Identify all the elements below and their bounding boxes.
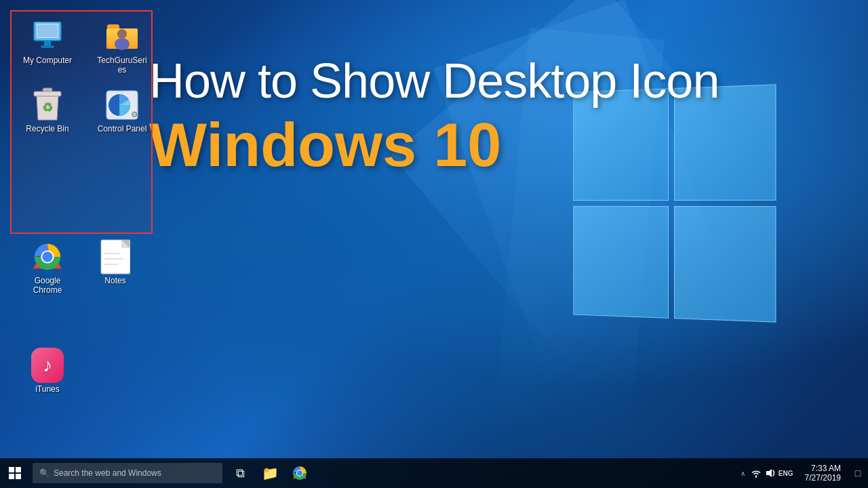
google-chrome-icon[interactable]: Google Chrome xyxy=(17,237,78,299)
notification-icon: □ xyxy=(855,468,861,479)
svg-text:⚙: ⚙ xyxy=(131,110,138,119)
itunes-note-symbol: ♪ xyxy=(43,354,52,376)
itunes-area: ♪ iTunes xyxy=(7,339,88,404)
tech-guru-series-label: TechGuruSeries xyxy=(95,56,149,75)
selected-icons-grid: My Computer xyxy=(7,7,170,147)
search-icon: 🔍 xyxy=(39,468,50,478)
itunes-img: ♪ xyxy=(31,349,64,382)
file-explorer-icon: 📁 xyxy=(262,465,279,481)
win-icon-tr xyxy=(16,467,21,472)
svg-rect-20 xyxy=(104,264,118,265)
recycle-bin-icon[interactable]: ♻ Recycle Bin xyxy=(17,85,78,137)
svg-rect-10 xyxy=(34,92,61,96)
tray-expand-icon[interactable]: ∧ xyxy=(741,470,745,477)
language-label: ENG xyxy=(778,470,793,477)
taskbar-chrome-icon xyxy=(292,465,308,481)
svg-point-7 xyxy=(117,29,127,39)
notes-img xyxy=(99,241,132,273)
taskbar: 🔍 Search the web and Windows ⧉ 📁 ∧ xyxy=(0,458,868,488)
taskbar-chrome-button[interactable] xyxy=(285,458,315,488)
win-logo-pane-br xyxy=(674,206,776,323)
control-panel-icon[interactable]: ⚙ Control Panel xyxy=(92,85,153,137)
google-chrome-img xyxy=(31,241,64,273)
control-panel-label: Control Panel xyxy=(98,124,147,134)
volume-icon[interactable] xyxy=(764,458,778,488)
notification-button[interactable]: □ xyxy=(848,458,868,488)
recycle-bin-label: Recycle Bin xyxy=(26,124,68,134)
task-view-icon: ⧉ xyxy=(236,466,245,481)
task-view-button[interactable]: ⧉ xyxy=(225,458,255,488)
win-logo-pane-bl xyxy=(573,206,669,319)
wifi-icon xyxy=(751,468,762,479)
my-computer-img xyxy=(31,20,64,53)
desktop-icons-area: My Computer xyxy=(7,7,170,147)
svg-rect-18 xyxy=(104,253,121,254)
start-button[interactable] xyxy=(0,458,30,488)
tech-guru-series-icon[interactable]: TechGuruSeries xyxy=(92,17,153,79)
win-icon-br xyxy=(16,474,21,479)
title-line1: How to Show Desktop Icon xyxy=(149,54,827,108)
itunes-label: iTunes xyxy=(35,384,60,394)
svg-point-22 xyxy=(297,470,302,476)
outside-icons-row: Google Chrome Notes xyxy=(7,230,156,306)
svg-point-8 xyxy=(115,38,130,50)
title-line2: Windows 10 xyxy=(149,115,827,176)
svg-text:♻: ♻ xyxy=(42,101,53,115)
network-icon[interactable] xyxy=(749,458,763,488)
outside-icons-area: Google Chrome Notes xyxy=(7,230,156,306)
title-overlay: How to Show Desktop Icon Windows 10 xyxy=(149,54,827,176)
notes-icon[interactable]: Notes xyxy=(85,237,146,299)
notes-label: Notes xyxy=(104,276,125,285)
speaker-icon xyxy=(766,468,776,479)
my-computer-label: My Computer xyxy=(23,56,72,65)
svg-marker-23 xyxy=(766,469,772,477)
itunes-row: ♪ iTunes xyxy=(7,339,88,404)
svg-rect-2 xyxy=(37,24,58,37)
language-icon[interactable]: ENG xyxy=(779,458,793,488)
recycle-bin-img: ♻ xyxy=(31,89,64,121)
svg-rect-4 xyxy=(41,45,54,48)
win-icon-bl xyxy=(9,474,14,479)
search-placeholder-text: Search the web and Windows xyxy=(54,468,161,478)
system-tray: ∧ ENG xyxy=(735,458,798,488)
clock-date: 7/27/2019 xyxy=(805,473,841,483)
my-computer-icon[interactable]: My Computer xyxy=(17,17,78,79)
taskbar-search[interactable]: 🔍 Search the web and Windows xyxy=(33,463,222,483)
svg-rect-9 xyxy=(43,88,52,92)
svg-rect-19 xyxy=(104,258,123,260)
start-windows-icon xyxy=(9,467,21,479)
tech-guru-series-img xyxy=(106,20,138,53)
clock-area[interactable]: 7:33 AM 7/27/2019 xyxy=(798,464,848,483)
google-chrome-label: Google Chrome xyxy=(20,276,75,296)
file-explorer-button[interactable]: 📁 xyxy=(255,458,285,488)
control-panel-img: ⚙ xyxy=(106,89,138,121)
svg-rect-3 xyxy=(44,41,51,45)
clock-time: 7:33 AM xyxy=(811,464,841,473)
svg-point-16 xyxy=(42,251,52,262)
itunes-icon[interactable]: ♪ iTunes xyxy=(17,346,78,397)
win-icon-tl xyxy=(9,467,14,472)
